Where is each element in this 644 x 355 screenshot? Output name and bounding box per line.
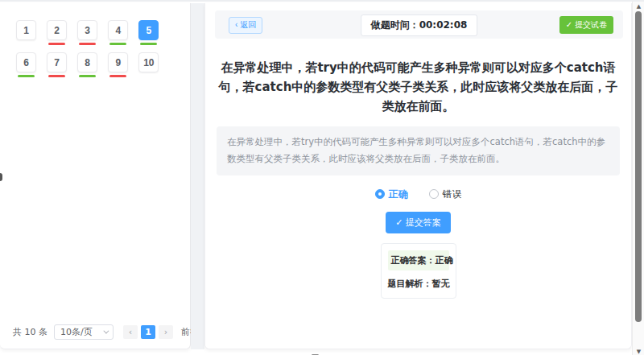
left-edge-handle[interactable] [0,173,2,181]
timer-label: 做题时间： [371,19,419,31]
radio-option-label: 正确 [389,188,408,201]
check-icon: ✓ [566,20,572,29]
submit-exam-button[interactable]: ✓ 提交试卷 [559,16,613,34]
radio-icon [375,189,385,199]
result-underline [79,75,96,77]
scrollbar-thumb[interactable] [635,11,642,322]
question-nav-button-8[interactable]: 8 [77,52,97,72]
panel-divider [191,3,204,349]
question-panel: ‹ 返回 做题时间：00:02:08 ✓ 提交试卷 在异常处理中，若try中的代… [204,3,632,349]
chevron-down-icon [103,328,109,334]
correct-answer-value: 正确 [436,255,453,266]
question-nav-cell-10: 10 [138,52,159,72]
result-underline [109,43,126,45]
timer-value: 00:02:08 [419,19,468,31]
result-underline [79,43,96,45]
result-underline [109,75,126,77]
pagination-total: 共 10 条 [13,326,47,338]
vertical-scrollbar[interactable]: ▲ ▼ [632,2,644,355]
submit-answer-label: 提交答案 [406,217,441,227]
result-underline [48,43,65,45]
question-body: 在异常处理中，若try中的代码可能产生多种异常则可以对应多个catch语句，若c… [217,126,620,175]
pagination: 共 10 条 10条/页 ‹ 1 › 前往 [13,324,199,340]
question-nav-cell-2: 2 [47,20,67,40]
question-nav-button-10[interactable]: 10 [138,52,159,72]
question-nav-cell-5: 5 [138,20,159,40]
submit-answer-button[interactable]: ✓ 提交答案 [386,212,450,233]
exam-header-bar: ‹ 返回 做题时间：00:02:08 ✓ 提交试卷 [215,10,623,39]
analysis-line: 题目解析：暂无 [388,278,449,290]
question-nav-cell-7: 7 [47,52,67,72]
question-nav-cell-3: 3 [77,20,97,40]
scroll-up-icon[interactable]: ▲ [633,3,644,10]
question-nav-button-6[interactable]: 6 [16,52,36,72]
back-button[interactable]: ‹ 返回 [229,17,262,34]
result-underline [140,43,157,45]
correct-answer-line: 正确答案：正确 [388,250,449,270]
question-nav-button-7[interactable]: 7 [47,52,67,72]
analysis-value: 暂无 [432,279,450,289]
question-number-grid: 1 2 3 4 5 6 7 [0,3,177,85]
result-underline [18,75,35,77]
radio-icon [429,189,439,199]
exam-page: 1 2 3 4 5 6 7 [0,0,644,355]
radio-option-wrong[interactable]: 错误 [429,188,462,201]
check-icon: ✓ [395,217,402,227]
question-nav-button-5[interactable]: 5 [138,20,159,40]
radio-option-correct[interactable]: 正确 [375,188,408,201]
pager: ‹ 1 › [122,325,175,339]
question-nav-cell-1: 1 [16,20,36,40]
question-nav-cell-6: 6 [16,52,36,72]
question-nav-cell-8: 8 [77,52,97,72]
question-nav-button-3[interactable]: 3 [77,20,97,40]
next-page-button[interactable]: › [159,325,173,339]
radio-option-label: 错误 [443,188,462,201]
analysis-label: 题目解析： [388,279,432,289]
result-underline [48,75,65,77]
question-nav-button-2[interactable]: 2 [47,20,67,40]
page-size-select[interactable]: 10条/页 [54,324,114,340]
answer-card: 正确答案：正确 题目解析：暂无 [381,243,456,299]
scroll-down-icon[interactable]: ▼ [633,349,644,355]
correct-answer-label: 正确答案： [391,255,436,266]
question-nav-button-1[interactable]: 1 [16,20,36,40]
answer-options: 正确 错误 [205,188,631,201]
question-nav-button-9[interactable]: 9 [108,52,128,72]
question-nav-cell-9: 9 [108,52,128,72]
submit-exam-label: 提交试卷 [575,20,607,29]
back-button-label: 返回 [240,20,256,29]
chevron-left-icon: ‹ [235,20,237,29]
question-nav-cell-4: 4 [108,20,128,40]
exam-timer: 做题时间：00:02:08 [361,14,478,36]
current-page-button[interactable]: 1 [141,325,155,339]
question-nav-button-4[interactable]: 4 [108,20,128,40]
page-size-value: 10条/页 [60,326,93,338]
question-nav-panel: 1 2 3 4 5 6 7 [0,3,191,349]
prev-page-button[interactable]: ‹ [123,325,138,339]
question-title: 在异常处理中，若try中的代码可能产生多种异常则可以对应多个catch语句，若c… [214,58,623,116]
